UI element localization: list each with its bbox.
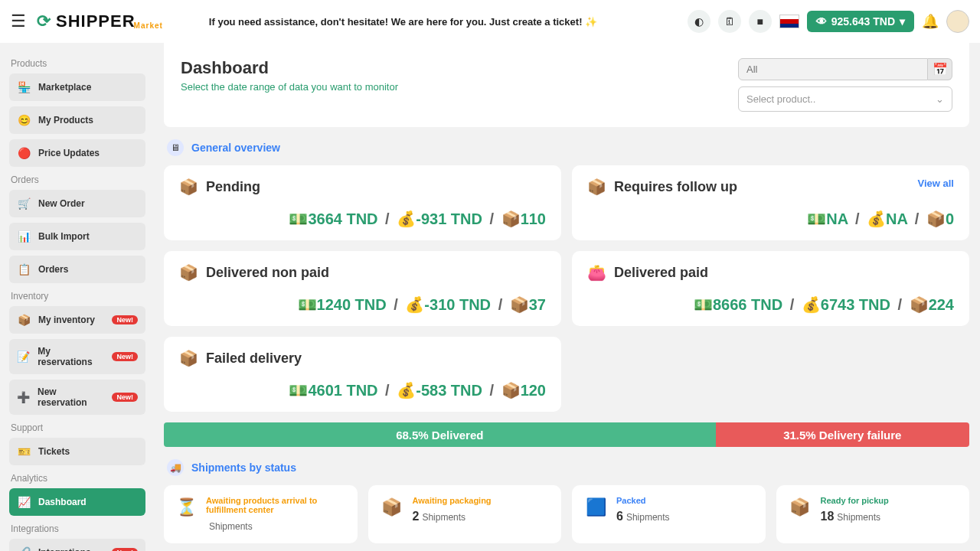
reservations-icon: 📝 xyxy=(17,350,30,364)
page-subtitle: Select the date range of data you want t… xyxy=(181,81,398,93)
box-icon: 📦 xyxy=(910,296,929,313)
sidebar-item-new-reservation[interactable]: ➕New reservationNew! xyxy=(9,380,145,415)
new-badge: New! xyxy=(112,315,138,324)
theme-toggle-icon[interactable]: ◐ xyxy=(688,10,710,33)
money-bag-icon: 💰 xyxy=(397,210,416,227)
ship-card-packed[interactable]: 🟦 Packed 6Shipments xyxy=(572,485,766,543)
header-card: Dashboard Select the date range of data … xyxy=(164,43,969,127)
logo-text: SHIPPER xyxy=(56,11,136,31)
money-icon: 💵 xyxy=(289,382,308,399)
section-orders: Orders xyxy=(11,174,145,185)
price-updates-icon: 🔴 xyxy=(17,146,31,160)
failed-icon: 📦 xyxy=(179,349,198,367)
section-inventory: Inventory xyxy=(11,291,145,302)
sidebar-item-price-updates[interactable]: 🔴Price Updates xyxy=(9,139,145,167)
new-badge: New! xyxy=(112,352,138,361)
orders-icon: 📋 xyxy=(17,262,31,276)
calculator-icon[interactable]: 🗓 xyxy=(718,10,741,33)
calendar-icon[interactable]: 📅 xyxy=(928,58,952,80)
logo[interactable]: ⟳ SHIPPER Market xyxy=(37,11,163,31)
tickets-icon: 🎫 xyxy=(17,445,31,458)
new-reservation-icon: ➕ xyxy=(17,390,30,404)
sidebar-item-orders[interactable]: 📋Orders xyxy=(9,256,145,283)
ship-card-packaging[interactable]: 📦 Awaiting packaging 2Shipments xyxy=(368,485,562,543)
money-bag-icon: 💰 xyxy=(867,210,886,227)
balance-button[interactable]: 👁 925.643 TND ▾ xyxy=(807,11,914,32)
view-all-link[interactable]: View all xyxy=(918,178,954,189)
chevron-down-icon: ⌄ xyxy=(936,93,944,105)
sidebar-item-dashboard[interactable]: 📈Dashboard xyxy=(9,488,145,516)
card-followup[interactable]: 📦Requires follow up View all 💵NA / 💰NA /… xyxy=(572,165,969,240)
followup-icon: 📦 xyxy=(587,178,606,196)
balance-amount: 925.643 TND xyxy=(831,15,895,28)
card-delivered-paid[interactable]: 👛Delivered paid 💵8666 TND / 💰6743 TND / … xyxy=(572,251,969,326)
delivery-progress: 68.5% Delivered 31.5% Delivery failure xyxy=(164,422,969,447)
section-analytics: Analytics xyxy=(11,473,145,484)
sidebar-item-my-inventory[interactable]: 📦My inventoryNew! xyxy=(9,306,145,334)
product-select-placeholder: Select product.. xyxy=(746,93,815,105)
ready-icon: 📦 xyxy=(789,496,812,533)
money-bag-icon: 💰 xyxy=(405,296,424,313)
delivered-nonpaid-icon: 📦 xyxy=(179,263,198,282)
money-icon: 💵 xyxy=(694,296,713,313)
menu-toggle-icon[interactable]: ☰ xyxy=(11,11,26,31)
box-icon: 📦 xyxy=(510,296,529,313)
money-icon: 💵 xyxy=(807,210,826,227)
main-content: Dashboard Select the date range of data … xyxy=(153,43,980,551)
inventory-icon: 📦 xyxy=(17,313,31,327)
wallet-icon: 👛 xyxy=(587,263,606,282)
section-products: Products xyxy=(11,58,145,69)
integrations-icon: 🔗 xyxy=(17,546,31,551)
overview-icon: 🖥 xyxy=(167,139,184,156)
logo-subtext: Market xyxy=(134,21,163,30)
money-icon: 💵 xyxy=(289,210,308,227)
box-icon: 📦 xyxy=(926,210,946,227)
new-badge: New! xyxy=(112,393,138,402)
tagline: If you need assistance, don't hesitate! … xyxy=(209,16,597,28)
card-failed-delivery[interactable]: 📦Failed delivery 💵4601 TND / 💰-583 TND /… xyxy=(164,337,561,412)
section-support: Support xyxy=(11,422,145,433)
card-delivered-non-paid[interactable]: 📦Delivered non paid 💵1240 TND / 💰-310 TN… xyxy=(164,251,561,326)
shipments-icon: 🚚 xyxy=(167,459,184,476)
card-pending[interactable]: 📦Pending 💵3664 TND / 💰-931 TND / 📦110 xyxy=(164,165,561,240)
marketplace-icon: 🏪 xyxy=(17,80,31,94)
new-badge: New! xyxy=(112,548,138,551)
dashboard-icon: 📈 xyxy=(17,495,31,509)
logo-icon: ⟳ xyxy=(37,11,51,31)
notifications-icon[interactable]: 🔔 xyxy=(922,13,939,30)
money-bag-icon: 💰 xyxy=(802,296,821,313)
sidebar-item-marketplace[interactable]: 🏪Marketplace xyxy=(9,73,145,101)
packaging-icon: 📦 xyxy=(381,496,403,533)
sidebar: Products 🏪Marketplace 😊My Products 🔴Pric… xyxy=(0,43,153,551)
products-icon: 😊 xyxy=(17,113,31,127)
ship-card-ready[interactable]: 📦 Ready for pickup 18Shipments xyxy=(776,485,970,543)
sidebar-item-new-order[interactable]: 🛒New Order xyxy=(9,190,145,217)
sidebar-item-integrations[interactable]: 🔗IntegrationsNew! xyxy=(9,539,145,551)
money-icon: 💵 xyxy=(298,296,317,313)
page-title: Dashboard xyxy=(181,58,398,78)
box-icon: 📦 xyxy=(501,210,521,227)
money-bag-icon: 💰 xyxy=(397,382,416,399)
overview-title: General overview xyxy=(191,142,280,154)
progress-failure: 31.5% Delivery failure xyxy=(716,422,969,447)
language-flag[interactable] xyxy=(779,15,799,28)
sidebar-item-bulk-import[interactable]: 📊Bulk Import xyxy=(9,223,145,250)
avatar[interactable] xyxy=(946,10,969,33)
pending-icon: 📦 xyxy=(179,178,198,196)
new-order-icon: 🛒 xyxy=(17,197,31,210)
sidebar-item-my-products[interactable]: 😊My Products xyxy=(9,106,145,134)
product-select[interactable]: Select product.. ⌄ xyxy=(738,86,952,112)
section-integrations: Integrations xyxy=(11,523,145,534)
box-icon: 📦 xyxy=(501,382,521,399)
sidebar-item-tickets[interactable]: 🎫Tickets xyxy=(9,438,145,465)
sidebar-item-my-reservations[interactable]: 📝My reservationsNew! xyxy=(9,339,145,374)
bulk-import-icon: 📊 xyxy=(17,230,31,243)
ship-card-awaiting[interactable]: ⏳ Awaiting products arrival to fulfillme… xyxy=(164,485,358,543)
video-icon[interactable]: ■ xyxy=(749,10,772,33)
progress-delivered: 68.5% Delivered xyxy=(164,422,716,447)
packed-icon: 🟦 xyxy=(584,496,607,533)
date-range-input[interactable] xyxy=(738,58,928,80)
shipments-title: Shipments by status xyxy=(191,461,296,474)
hourglass-icon: ⏳ xyxy=(176,496,197,533)
eye-icon: 👁 xyxy=(816,15,827,28)
